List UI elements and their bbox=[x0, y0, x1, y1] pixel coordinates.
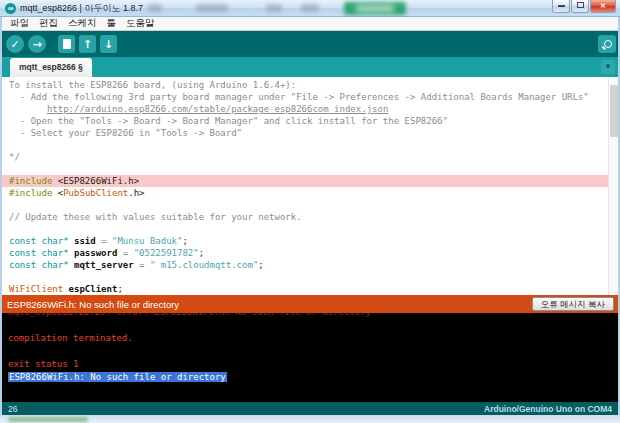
code-segment: const char* bbox=[9, 260, 69, 270]
code-segment: #include bbox=[9, 176, 52, 186]
code-line-error-highlight: #include <ESP8266WiFi.h> bbox=[2, 175, 611, 187]
new-sketch-button[interactable] bbox=[58, 35, 75, 53]
code-line bbox=[9, 271, 618, 283]
console-line: exit status 1 bbox=[8, 358, 618, 371]
code-line: WiFiClient espClient; bbox=[9, 283, 618, 295]
console-line bbox=[8, 319, 618, 332]
code-segment: ; bbox=[199, 248, 204, 258]
code-line: const char* mqtt_server = " m15.cloudmqt… bbox=[9, 259, 618, 271]
code-line: - Add the following 3rd party board mana… bbox=[9, 91, 618, 103]
blurred-green-button bbox=[344, 2, 406, 15]
console-line-selected: ESP8266WiFi.h: No such file or directory bbox=[8, 371, 618, 384]
code-line: */ bbox=[9, 151, 618, 163]
code-segment: "Munsu Baduk" bbox=[112, 236, 182, 246]
taskbar-hint bbox=[8, 417, 88, 422]
console-output[interactable]: mqtt_esp8266:20:29: error: ESP8266WiFi.h… bbox=[2, 313, 618, 402]
blurred-artifact bbox=[196, 4, 228, 12]
code-line bbox=[9, 163, 618, 175]
editor-scrollbar[interactable] bbox=[608, 77, 618, 295]
console-line bbox=[8, 345, 618, 358]
error-banner: ESP8266WiFi.h: No such file or directory… bbox=[2, 295, 618, 313]
code-line: #include <PubSubClient.h> bbox=[9, 187, 618, 199]
window-title: mqtt_esp8266 | 아두이노 1.8.7 bbox=[20, 2, 143, 15]
code-line: // Update these with values suitable for… bbox=[9, 211, 618, 223]
verify-icon: ✓ bbox=[10, 39, 19, 50]
tab-dropdown-button[interactable]: ▼ bbox=[601, 60, 615, 74]
title-bar[interactable]: ∞ mqtt_esp8266 | 아두이노 1.8.7 ✕ bbox=[0, 0, 620, 17]
code-line bbox=[9, 139, 618, 151]
code-segment: espClient bbox=[69, 284, 118, 294]
blurred-artifact bbox=[148, 4, 162, 12]
blurred-artifact bbox=[301, 4, 319, 12]
code-segment bbox=[9, 104, 47, 114]
code-segment: PubSubClient bbox=[63, 188, 128, 198]
code-segment: - Open the "Tools -> Board -> Board Mana… bbox=[9, 116, 448, 126]
minimize-icon bbox=[558, 5, 565, 7]
code-line: const char* password = "0522591782"; bbox=[9, 247, 618, 259]
status-bar: 26 Arduino/Genuino Uno on COM4 bbox=[2, 402, 618, 415]
code-segment: = bbox=[134, 260, 150, 270]
menu-item-1[interactable]: 편집 bbox=[34, 17, 63, 30]
open-button[interactable]: ↑ bbox=[79, 35, 96, 53]
code-segment: const char* bbox=[9, 248, 69, 258]
code-line bbox=[9, 199, 618, 211]
status-board-info: Arduino/Genuino Uno on COM4 bbox=[484, 404, 618, 414]
error-message: ESP8266WiFi.h: No such file or directory bbox=[2, 299, 532, 310]
code-segment: ssid bbox=[74, 236, 96, 246]
close-button[interactable]: ✕ bbox=[590, 0, 616, 13]
code-segment: - Select your ESP8266 in "Tools -> Board… bbox=[9, 128, 242, 138]
code-segment: // Update these with values suitable for… bbox=[9, 212, 302, 222]
copy-error-button[interactable]: 오류 메시지 복사 bbox=[532, 297, 614, 311]
code-segment: ; bbox=[182, 236, 187, 246]
serial-monitor-icon bbox=[603, 40, 612, 49]
code-segment: - Add the following 3rd party board mana… bbox=[9, 92, 589, 102]
toolbar: ✓→↑↓ bbox=[2, 31, 618, 57]
menu-item-3[interactable]: 툴 bbox=[102, 17, 122, 30]
arduino-logo-icon: ∞ bbox=[5, 3, 16, 14]
code-line: - Select your ESP8266 in "Tools -> Board… bbox=[9, 127, 618, 139]
tab-strip: mqtt_esp8266 § ▼ bbox=[2, 57, 618, 77]
close-icon: ✕ bbox=[600, 2, 606, 9]
open-icon: ↑ bbox=[83, 39, 92, 50]
code-line: - Open the "Tools -> Board -> Board Mana… bbox=[9, 115, 618, 127]
code-segment: = bbox=[96, 236, 112, 246]
code-line bbox=[9, 223, 618, 235]
code-segment: http://arduino.esp8266.com/stable/packag… bbox=[47, 104, 388, 114]
tab-mqtt-esp8266[interactable]: mqtt_esp8266 § bbox=[10, 58, 92, 77]
code-segment: ; bbox=[258, 260, 263, 270]
code-segment: = bbox=[117, 248, 133, 258]
code-segment: "0522591782" bbox=[134, 248, 199, 258]
code-segment: .h> bbox=[128, 188, 144, 198]
menu-bar: 파일편집스케치툴도움말 bbox=[2, 17, 618, 31]
code-line: To install the ESP8266 board, (using Ard… bbox=[9, 79, 618, 91]
status-line-number: 26 bbox=[2, 404, 17, 414]
upload-icon: → bbox=[32, 39, 41, 50]
code-segment: < bbox=[52, 188, 63, 198]
code-line: const char* ssid = "Munsu Baduk"; bbox=[9, 235, 618, 247]
menu-item-0[interactable]: 파일 bbox=[5, 17, 34, 30]
verify-button[interactable]: ✓ bbox=[6, 35, 24, 53]
upload-button[interactable]: → bbox=[28, 35, 46, 53]
chevron-down-icon: ▼ bbox=[604, 62, 612, 71]
menu-item-4[interactable]: 도움말 bbox=[121, 17, 160, 30]
code-segment: <ESP8266WiFi.h> bbox=[52, 176, 139, 186]
maximize-button[interactable] bbox=[571, 0, 589, 13]
blurred-artifact bbox=[266, 4, 282, 12]
menu-item-2[interactable]: 스케치 bbox=[63, 17, 102, 30]
code-segment: To install the ESP8266 board, (using Ard… bbox=[9, 80, 296, 90]
code-segment: #include bbox=[9, 188, 52, 198]
serial-monitor-button[interactable] bbox=[598, 35, 616, 53]
code-segment: WiFiClient bbox=[9, 284, 63, 294]
code-segment: const char* bbox=[9, 236, 69, 246]
code-segment: mqtt_server bbox=[74, 260, 134, 270]
maximize-icon bbox=[577, 2, 584, 8]
save-button[interactable]: ↓ bbox=[100, 35, 117, 53]
code-segment: password bbox=[74, 248, 117, 258]
editor-scrollbar-thumb[interactable] bbox=[610, 85, 618, 137]
arduino-ide-window: ∞ mqtt_esp8266 | 아두이노 1.8.7 ✕ 파일편집스케치툴도움… bbox=[0, 0, 620, 423]
console-line: compilation terminated. bbox=[8, 332, 618, 345]
minimize-button[interactable] bbox=[552, 0, 570, 13]
code-editor[interactable]: To install the ESP8266 board, (using Ard… bbox=[2, 77, 618, 295]
save-icon: ↓ bbox=[104, 39, 113, 50]
code-segment: " m15.cloudmqtt.com" bbox=[150, 260, 258, 270]
